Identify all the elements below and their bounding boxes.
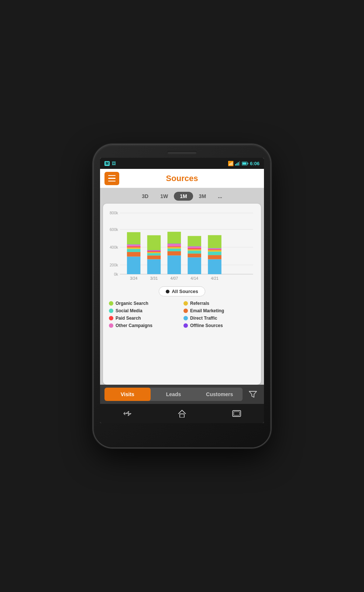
svg-rect-50 — [208, 255, 222, 259]
legend-social-media[interactable]: Social Media — [109, 308, 181, 313]
bar-3-31 — [147, 235, 161, 274]
svg-rect-23 — [127, 244, 141, 245]
svg-rect-29 — [147, 251, 161, 252]
signal-icon — [235, 161, 240, 166]
svg-text:4/07: 4/07 — [171, 276, 178, 280]
status-bar: M 🖼 📶 6:06 — [100, 158, 264, 169]
chart-card: 800k 600k 400k 200k 0k — [103, 204, 261, 385]
svg-rect-0 — [235, 164, 236, 166]
svg-rect-21 — [127, 246, 141, 247]
app-content: 3D 1W 1M 3M ... 800k 600k 400k — [100, 188, 264, 385]
svg-rect-37 — [168, 246, 181, 247]
paid-search-dot — [109, 316, 113, 320]
phone-screen: M 🖼 📶 6:06 — [100, 158, 264, 423]
menu-button[interactable] — [104, 172, 119, 185]
svg-rect-39 — [168, 244, 181, 244]
referrals-dot — [183, 301, 188, 306]
phone-speaker — [167, 151, 197, 154]
svg-rect-31 — [147, 250, 161, 251]
offline-sources-label: Offline Sources — [190, 323, 223, 328]
image-icon: 🖼 — [112, 161, 116, 166]
tab-1w[interactable]: 1W — [154, 192, 174, 201]
tab-customers[interactable]: Customers — [196, 388, 243, 401]
svg-rect-20 — [127, 248, 141, 249]
status-icons-left: M 🖼 — [104, 161, 116, 166]
metric-tabs: Visits Leads Customers — [104, 388, 243, 401]
paid-search-label: Paid Search — [116, 316, 141, 321]
all-sources-dot — [166, 290, 169, 293]
tab-more[interactable]: ... — [212, 192, 228, 201]
svg-rect-41 — [188, 257, 201, 274]
bar-3-24 — [127, 232, 141, 274]
svg-rect-45 — [188, 248, 201, 249]
home-button[interactable] — [173, 406, 191, 421]
app-header: Sources — [100, 169, 264, 188]
social-media-label: Social Media — [116, 308, 142, 313]
svg-rect-42 — [188, 254, 201, 257]
menu-line-2 — [108, 178, 116, 179]
page-title: Sources — [119, 174, 245, 183]
bar-4-07 — [168, 232, 181, 274]
other-campaigns-dot — [109, 323, 113, 328]
legend-offline-sources[interactable]: Offline Sources — [183, 323, 255, 328]
menu-line-1 — [108, 175, 116, 176]
back-button[interactable] — [118, 406, 137, 421]
social-media-dot — [109, 309, 113, 313]
svg-text:800k: 800k — [110, 211, 119, 215]
referrals-label: Referrals — [190, 301, 209, 306]
svg-rect-30 — [147, 251, 161, 251]
bar-4-14 — [188, 236, 201, 274]
organic-search-label: Organic Search — [116, 301, 148, 306]
home-icon — [178, 409, 186, 418]
all-sources-button[interactable]: All Sources — [159, 286, 205, 296]
svg-rect-19 — [127, 249, 141, 252]
tab-leads[interactable]: Leads — [151, 388, 197, 401]
tab-visits[interactable]: Visits — [104, 388, 151, 401]
svg-rect-5 — [247, 163, 248, 164]
svg-rect-49 — [208, 259, 222, 274]
nav-bar — [100, 404, 264, 423]
svg-rect-34 — [168, 251, 181, 255]
svg-rect-1 — [236, 163, 237, 166]
direct-traffic-dot — [183, 316, 188, 320]
svg-rect-25 — [147, 259, 161, 274]
svg-rect-35 — [168, 249, 181, 251]
filter-button[interactable] — [246, 388, 260, 401]
svg-rect-44 — [188, 249, 201, 251]
battery-icon — [242, 161, 248, 166]
chart-area: 800k 600k 400k 200k 0k — [107, 209, 257, 283]
tab-3d[interactable]: 3D — [136, 192, 154, 201]
svg-rect-33 — [168, 255, 181, 274]
svg-rect-18 — [127, 252, 141, 256]
svg-rect-53 — [208, 249, 222, 250]
organic-search-dot — [109, 301, 113, 306]
legend-paid-search[interactable]: Paid Search — [109, 316, 181, 321]
svg-text:3/24: 3/24 — [130, 276, 138, 280]
bar-chart: 800k 600k 400k 200k 0k — [107, 209, 257, 283]
status-right: 📶 6:06 — [228, 161, 260, 166]
tab-1m[interactable]: 1M — [174, 192, 193, 201]
svg-rect-47 — [188, 246, 201, 246]
legend-email-marketing[interactable]: Email Marketing — [183, 308, 255, 313]
direct-traffic-label: Direct Traffic — [190, 316, 217, 321]
svg-rect-2 — [238, 162, 239, 166]
menu-line-3 — [108, 181, 116, 182]
time-display: 6:06 — [250, 161, 260, 166]
legend-other-campaigns[interactable]: Other Campaigns — [109, 323, 181, 328]
legend-organic-search[interactable]: Organic Search — [109, 301, 181, 306]
legend-direct-traffic[interactable]: Direct Traffic — [183, 316, 255, 321]
time-filter-tabs: 3D 1W 1M 3M ... — [100, 188, 264, 204]
chart-legend: Organic Search Referrals Social Media Em… — [107, 301, 257, 328]
other-campaigns-label: Other Campaigns — [116, 323, 152, 328]
svg-rect-40 — [168, 232, 181, 244]
back-icon — [122, 410, 133, 417]
bottom-tab-bar: Visits Leads Customers — [100, 385, 264, 404]
svg-rect-22 — [127, 245, 141, 246]
legend-referrals[interactable]: Referrals — [183, 301, 255, 306]
svg-rect-38 — [168, 244, 181, 246]
svg-text:400k: 400k — [110, 245, 119, 249]
recents-button[interactable] — [227, 406, 246, 421]
phone-device: M 🖼 📶 6:06 — [93, 144, 271, 448]
tab-3m[interactable]: 3M — [193, 192, 212, 201]
svg-rect-65 — [234, 412, 240, 415]
